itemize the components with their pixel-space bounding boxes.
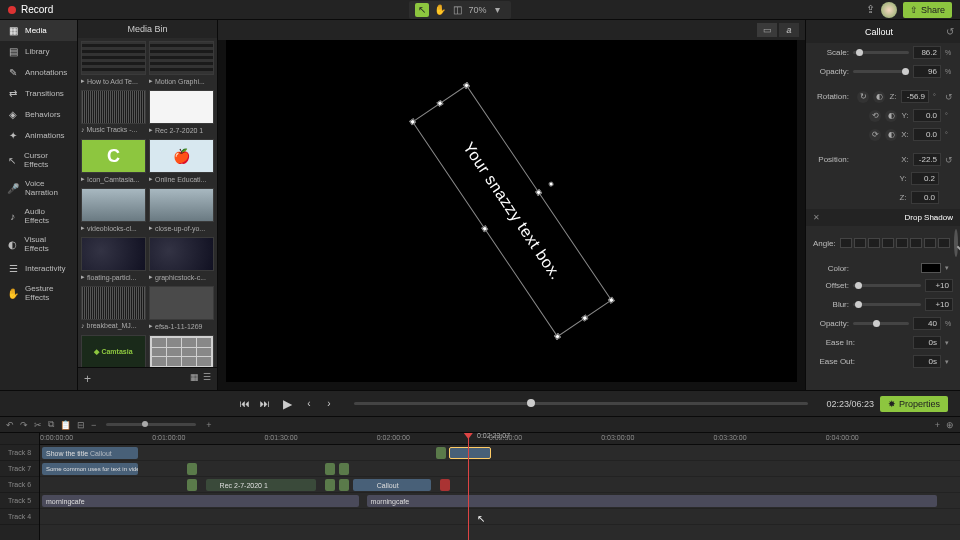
record-label[interactable]: Record <box>21 4 53 15</box>
tool-transitions[interactable]: ⇄Transitions <box>0 83 77 104</box>
upload-icon[interactable]: ⇪ <box>866 3 875 16</box>
rotate-gizmo-icon[interactable]: ◐ <box>873 91 885 103</box>
add-media-button[interactable]: + <box>84 372 91 386</box>
track-header[interactable]: Track 8 <box>0 445 39 461</box>
media-clip[interactable]: ▸How to Add Te... <box>81 41 146 87</box>
rotation-z-value[interactable]: -56.9 <box>901 90 929 103</box>
list-view-icon[interactable]: ☰ <box>203 372 211 386</box>
scale-slider[interactable] <box>853 51 909 54</box>
offset-slider[interactable] <box>853 284 921 287</box>
avatar[interactable] <box>881 2 897 18</box>
media-clip[interactable]: ▸graphicstock-c... <box>149 237 214 283</box>
shadow-opacity-value[interactable]: 40 <box>913 317 941 330</box>
offset-value[interactable]: +10 <box>925 279 953 292</box>
track[interactable]: Show the title Callout <box>40 445 960 461</box>
track-header[interactable]: Track 5 <box>0 493 39 509</box>
clip-marker[interactable] <box>436 447 446 459</box>
step-back-button[interactable]: ⏭ <box>258 398 272 409</box>
tool-animations[interactable]: ✦Animations <box>0 125 77 146</box>
rotation-y-value[interactable]: 0.0 <box>913 109 941 122</box>
rotate-y-icon[interactable]: ⟲ <box>869 110 881 122</box>
track[interactable] <box>40 509 960 525</box>
tool-gesture-effects[interactable]: ✋Gesture Effects <box>0 279 77 307</box>
share-button[interactable]: ⇧Share <box>903 2 952 18</box>
position-z-value[interactable]: 0.0 <box>911 191 939 204</box>
clip-selected[interactable] <box>449 447 491 459</box>
resize-handle[interactable] <box>535 189 542 196</box>
undo-icon[interactable]: ↶ <box>6 420 14 430</box>
media-clip[interactable]: ♪Music Tracks -... <box>81 90 146 136</box>
media-clip[interactable]: ▸floating-particl... <box>81 237 146 283</box>
reset-icon[interactable]: ↺ <box>946 26 954 37</box>
track-header[interactable]: Track 7 <box>0 461 39 477</box>
easeout-value[interactable]: 0s <box>913 355 941 368</box>
tool-visual-effects[interactable]: ◐Visual Effects <box>0 230 77 258</box>
clip-marker[interactable] <box>325 463 335 475</box>
zoom-dropdown-icon[interactable]: ▾ <box>491 3 505 17</box>
reset-rotation-icon[interactable]: ↺ <box>945 92 953 102</box>
close-shadow-icon[interactable]: ✕ <box>813 213 820 222</box>
angle-dial[interactable] <box>954 229 958 257</box>
color-dropdown-icon[interactable]: ▾ <box>945 264 953 272</box>
tool-behaviors[interactable]: ◈Behaviors <box>0 104 77 125</box>
shadow-presets[interactable] <box>840 238 950 248</box>
tool-audio-effects[interactable]: ♪Audio Effects <box>0 202 77 230</box>
add-track-icon[interactable]: + <box>935 420 940 430</box>
clip-marker[interactable] <box>187 479 197 491</box>
cut-icon[interactable]: ✂ <box>34 420 42 430</box>
media-clip[interactable]: ▸Rec 2-7-2020 1 <box>149 90 214 136</box>
prev-frame-button[interactable]: ‹ <box>302 398 316 409</box>
clip-audio[interactable]: morningcafe <box>367 495 937 507</box>
position-y-value[interactable]: 0.2 <box>911 172 939 185</box>
blur-value[interactable]: +10 <box>925 298 953 311</box>
resize-handle[interactable] <box>554 333 561 340</box>
clip-marker[interactable] <box>187 463 197 475</box>
tool-annotations[interactable]: ✎Annotations <box>0 62 77 83</box>
prev-clip-button[interactable]: ⏮ <box>238 398 252 409</box>
canvas-tab-text[interactable]: a <box>779 23 799 37</box>
play-button[interactable]: ▶ <box>278 395 296 413</box>
copy-icon[interactable]: ⧉ <box>48 419 54 430</box>
rotate-z-icon[interactable]: ↻ <box>857 91 869 103</box>
zoom-level[interactable]: 70% <box>469 3 487 17</box>
tool-interactivity[interactable]: ☰Interactivity <box>0 258 77 279</box>
clip-marker[interactable] <box>339 463 349 475</box>
scrubber[interactable] <box>354 402 808 405</box>
zoom-out-icon[interactable]: − <box>91 420 96 430</box>
easeout-dropdown-icon[interactable]: ▾ <box>945 358 953 366</box>
resize-handle[interactable] <box>481 225 488 232</box>
canvas[interactable]: Your snazzy text box. <box>226 40 797 382</box>
rotate-gizmo-icon[interactable]: ◐ <box>885 129 897 141</box>
media-clip[interactable]: ▸efsa-1-11-1269 <box>149 286 214 332</box>
blur-slider[interactable] <box>853 303 921 306</box>
tool-media[interactable]: ▦Media <box>0 20 77 41</box>
split-icon[interactable]: ⊟ <box>77 420 85 430</box>
media-clip[interactable]: ♪breakbeat_MJ... <box>81 286 146 332</box>
redo-icon[interactable]: ↷ <box>20 420 28 430</box>
clip-marker[interactable] <box>440 479 450 491</box>
resize-handle[interactable] <box>409 118 416 125</box>
resize-handle[interactable] <box>607 297 614 304</box>
media-clip[interactable]: ▸close-up-of-yo... <box>149 188 214 234</box>
clip-callout[interactable]: Callout <box>353 479 431 491</box>
hand-tool[interactable]: ✋ <box>433 3 447 17</box>
rotate-x-icon[interactable]: ⟳ <box>869 129 881 141</box>
clip-callout[interactable]: Show the title Callout <box>42 447 138 459</box>
track-header[interactable]: Track 4 <box>0 509 39 525</box>
clip-video[interactable]: Rec 2-7-2020 1 <box>206 479 316 491</box>
tool-library[interactable]: ▤Library <box>0 41 77 62</box>
media-clip[interactable]: ▸Motion Graphi... <box>149 41 214 87</box>
opacity-value[interactable]: 96 <box>913 65 941 78</box>
next-frame-button[interactable]: › <box>322 398 336 409</box>
playhead[interactable] <box>468 433 469 540</box>
clip-marker[interactable] <box>339 479 349 491</box>
reset-position-icon[interactable]: ↺ <box>945 155 953 165</box>
resize-handle[interactable] <box>581 315 588 322</box>
shadow-opacity-slider[interactable] <box>853 322 909 325</box>
timeline-zoom-slider[interactable] <box>106 423 196 426</box>
properties-button[interactable]: ✸Properties <box>880 396 948 412</box>
text-callout[interactable]: Your snazzy text box. <box>411 85 611 337</box>
canvas-tab-preview[interactable]: ▭ <box>757 23 777 37</box>
rotation-x-value[interactable]: 0.0 <box>913 128 941 141</box>
clip-audio[interactable]: morningcafe <box>42 495 359 507</box>
